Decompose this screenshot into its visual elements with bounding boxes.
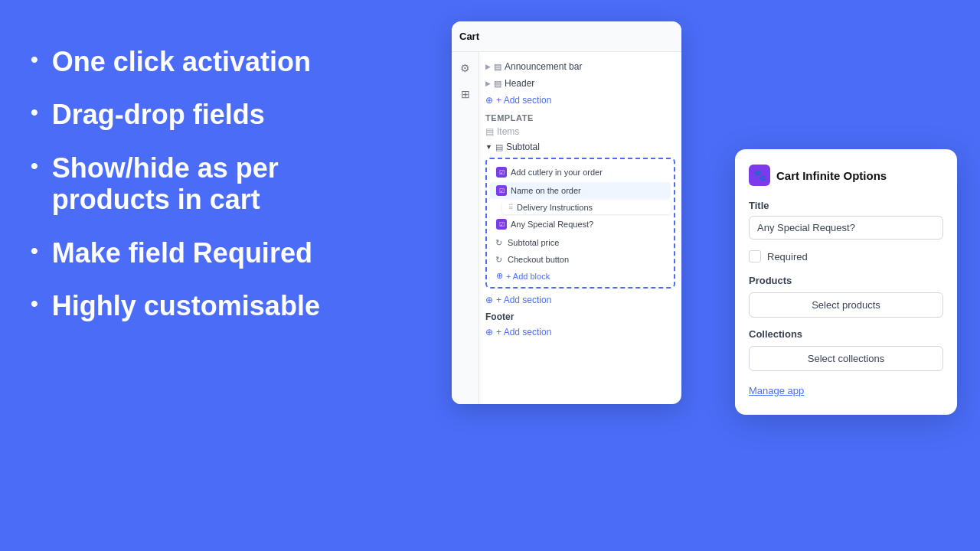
bullet-dot-1: •: [31, 47, 38, 72]
layout-icon-2: ▤: [494, 79, 501, 89]
header-row[interactable]: ▶ ▤ Header: [479, 75, 681, 92]
options-panel: 🐾 Cart Infinite Options Title Required P…: [735, 149, 957, 415]
manage-app-link[interactable]: Manage app: [749, 385, 943, 396]
add-block-label: + Add block: [506, 272, 550, 281]
blocks-container: ☑ Add cutlery in your order ☑ Name on th…: [485, 158, 675, 289]
select-products-button[interactable]: Select products: [749, 292, 943, 318]
block-name-order[interactable]: ☑ Name on the order: [490, 182, 671, 199]
options-logo: 🐾: [749, 165, 770, 186]
block-special-request[interactable]: ☑ Any Special Request?: [490, 216, 671, 233]
refresh-icon-subtotal: ↻: [493, 237, 504, 248]
delivery-instructions-label: Delivery Instructions: [517, 203, 593, 212]
footer-add-section-label: + Add section: [496, 327, 551, 337]
chevron-down-icon: ▼: [485, 143, 492, 151]
bullet-item-1: • One click activation: [31, 46, 398, 77]
add-section-bottom-label: + Add section: [496, 295, 551, 305]
select-collections-button[interactable]: Select collections: [749, 346, 943, 371]
layers-icon[interactable]: ⊞: [457, 86, 474, 103]
chevron-right-icon: ▶: [485, 63, 491, 70]
required-label: Required: [767, 251, 808, 262]
delivery-instructions-subitem[interactable]: ⠿ Delivery Instructions: [502, 201, 671, 214]
grid-icon: ▤: [485, 126, 494, 137]
add-section-bottom-button[interactable]: ⊕ + Add section: [479, 292, 681, 308]
block-label-subtotal: Subtotal price: [508, 238, 668, 247]
editor-sidebar: ⚙ ⊞ ▶ ▤ Announcement bar ▶ ▤ Header ⊕ + …: [452, 52, 681, 404]
bullet-text-1: One click activation: [52, 46, 311, 77]
bullet-text-3: Show/hide as per products in cart: [52, 152, 398, 216]
plus-icon-top: ⊕: [485, 95, 493, 106]
editor-content: ▶ ▤ Announcement bar ▶ ▤ Header ⊕ + Add …: [479, 52, 681, 404]
options-header: 🐾 Cart Infinite Options: [749, 165, 943, 186]
collections-section-title: Collections: [749, 328, 943, 340]
add-section-top-label: + Add section: [496, 95, 551, 106]
subtotal-header[interactable]: ▼ ▤ Subtotal: [479, 139, 681, 155]
items-row: ▤ Items: [479, 124, 681, 139]
block-icon-cutlery: ☑: [496, 167, 507, 178]
block-checkout-button[interactable]: ↻ Checkout button: [487, 251, 674, 268]
title-input[interactable]: [749, 216, 943, 240]
footer-add-section-button[interactable]: ⊕ + Add section: [479, 324, 681, 341]
bullet-dot-2: •: [31, 100, 38, 125]
left-panel: • One click activation • Drag-drop field…: [31, 46, 398, 343]
bullet-dot-5: •: [31, 292, 38, 316]
grid-icon-2: ▤: [495, 142, 503, 152]
footer-label: Footer: [479, 308, 681, 324]
bullet-text-2: Drag-drop fields: [52, 99, 265, 130]
required-checkbox[interactable]: [749, 250, 761, 262]
options-panel-title: Cart Infinite Options: [776, 169, 887, 182]
subtotal-label: Subtotal: [506, 142, 540, 152]
bullet-item-4: • Make field Required: [31, 237, 398, 269]
block-label-cutlery: Add cutlery in your order: [511, 168, 665, 177]
block-label-checkout: Checkout button: [508, 255, 668, 264]
plus-icon-bottom: ⊕: [485, 295, 493, 305]
block-label-request: Any Special Request?: [511, 220, 665, 229]
logo-icon: 🐾: [753, 169, 766, 181]
add-section-top-button[interactable]: ⊕ + Add section: [479, 92, 681, 109]
bullet-dot-3: •: [31, 154, 38, 178]
plus-icon-block: ⊕: [496, 271, 503, 281]
layout-icon-1: ▤: [494, 62, 501, 72]
required-row: Required: [749, 250, 943, 262]
block-subtotal-price[interactable]: ↻ Subtotal price: [487, 234, 674, 251]
chevron-right-icon-2: ▶: [485, 80, 491, 87]
editor-panel: Cart ⚙ ⊞ ▶ ▤ Announcement bar ▶ ▤ Header: [452, 21, 681, 404]
block-label-name: Name on the order: [511, 186, 665, 195]
bullet-dot-4: •: [31, 239, 38, 263]
plus-icon-footer: ⊕: [485, 327, 493, 337]
refresh-icon-checkout: ↻: [493, 254, 504, 265]
bullet-text-4: Make field Required: [52, 237, 312, 269]
sidebar-icons: ⚙ ⊞: [452, 52, 479, 404]
block-icon-name: ☑: [496, 185, 507, 196]
announcement-bar-row[interactable]: ▶ ▤ Announcement bar: [479, 58, 681, 75]
drag-icon: ⠿: [508, 204, 514, 211]
gear-icon[interactable]: ⚙: [457, 60, 474, 77]
announcement-bar-label: Announcement bar: [505, 61, 675, 72]
title-field-label: Title: [749, 200, 943, 211]
add-block-button[interactable]: ⊕ + Add block: [487, 268, 674, 284]
items-label: Items: [497, 126, 519, 137]
bullet-item-5: • Highly customisable: [31, 290, 398, 321]
editor-top-bar: Cart: [452, 21, 681, 52]
bullet-item-2: • Drag-drop fields: [31, 99, 398, 130]
block-icon-request: ☑: [496, 219, 507, 230]
editor-cart-label: Cart: [459, 31, 479, 42]
block-add-cutlery[interactable]: ☑ Add cutlery in your order: [490, 164, 671, 181]
bullet-text-5: Highly customisable: [52, 290, 320, 321]
bullet-item-3: • Show/hide as per products in cart: [31, 152, 398, 216]
template-label: Template: [479, 109, 681, 124]
products-section-title: Products: [749, 275, 943, 286]
header-label: Header: [505, 78, 675, 89]
